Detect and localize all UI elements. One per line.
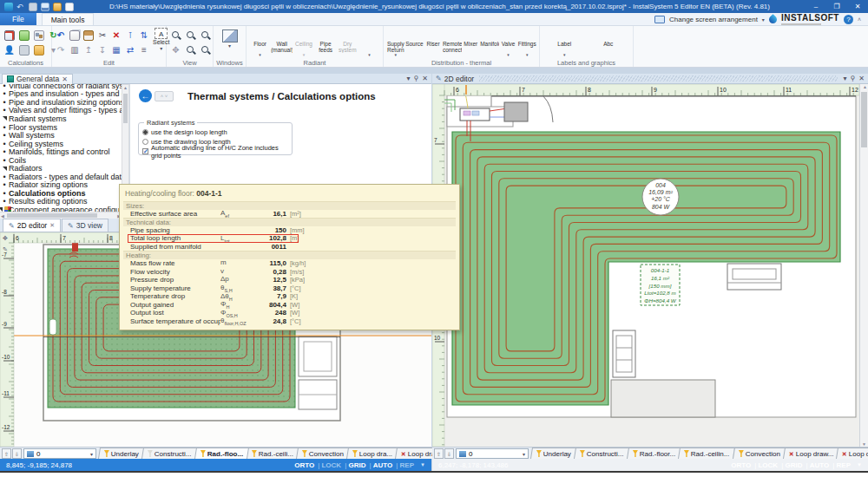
maximize-button[interactable]: ❐ — [826, 0, 847, 13]
close-button[interactable]: ✕ — [847, 0, 868, 13]
layer-tab[interactable]: Rad.-floo... — [194, 448, 249, 459]
radio-drawing-loop-length[interactable] — [142, 139, 148, 145]
chevron-down-icon[interactable]: ▼ — [857, 462, 862, 467]
undo-icon[interactable]: ↶ — [56, 30, 66, 41]
vertical-scrollbar[interactable]: ▲▼ — [859, 84, 868, 447]
anchor-icon[interactable]: ⊺ — [125, 30, 135, 41]
ribbon-button[interactable]: Source — [405, 28, 424, 53]
tree-item[interactable]: Manifolds, fittings and control — [0, 147, 122, 156]
collapse-ribbon-icon[interactable]: ˄ — [858, 16, 861, 23]
status-mode-toggle[interactable]: LOCK — [753, 461, 779, 469]
delete-icon[interactable]: ✕ — [111, 30, 122, 41]
ribbon-button[interactable]: Pipe feeds route — [315, 28, 337, 53]
status-mode-toggle[interactable]: REP — [831, 461, 852, 469]
right-2d-canvas[interactable]: 00416,09 m²+20 °C804 W 004-1-116,1 m²[15… — [432, 84, 859, 447]
columns-icon[interactable]: ▥ — [69, 45, 80, 56]
ribbon-button[interactable]: Remote connection — [443, 28, 462, 53]
ribbon-button[interactable]: Abc — [587, 28, 631, 53]
chevron-down-icon[interactable]: ▼ — [420, 462, 425, 467]
new-document-icon[interactable] — [65, 3, 74, 11]
tree-item[interactable]: Pipe and insulation sizing options — [0, 98, 122, 107]
back-button[interactable]: ← — [139, 89, 152, 102]
tree-item[interactable]: Coils — [0, 156, 122, 165]
open-project-icon[interactable] — [53, 3, 62, 11]
close-icon[interactable]: ✕ — [858, 75, 865, 82]
tab-file[interactable]: File — [0, 13, 36, 25]
tree-item[interactable]: Wall systems — [0, 131, 122, 140]
layer-tab[interactable]: Loop draw... — [783, 448, 840, 459]
results-monitor-icon[interactable] — [19, 45, 30, 56]
layer-tab[interactable]: Convection — [296, 448, 350, 459]
storey-up-button[interactable]: ⇧ — [2, 448, 11, 459]
layer-tab[interactable]: Convection — [733, 448, 786, 459]
equalize-icon[interactable]: ≡ — [139, 45, 149, 56]
storey-selector[interactable]: 0 ▾ — [456, 448, 529, 459]
tree-horizontal-scrollbar[interactable]: ◀▶ — [0, 212, 122, 219]
ribbon-button[interactable]: Fittings — [517, 28, 536, 56]
storey-down-button[interactable]: ⇩ — [444, 448, 454, 459]
chevron-down-icon[interactable]: ▾ — [228, 42, 231, 49]
tab-main-tools[interactable]: Main tools — [42, 13, 95, 25]
ribbon-button[interactable]: Wall (manual) — [271, 28, 293, 53]
tree-item[interactable]: Radiators - types and default data — [0, 173, 122, 181]
layer-tab[interactable]: Underlay — [98, 448, 145, 459]
zoom-selection-icon[interactable] — [201, 30, 211, 41]
status-mode-toggle[interactable]: ORTO — [293, 461, 316, 469]
history-nav-buttons[interactable]: ˄ ˅ — [155, 91, 174, 101]
storey-down-button[interactable]: ⇩ — [12, 448, 22, 459]
ribbon-button[interactable]: Label — [542, 28, 587, 56]
tab-general-data[interactable]: General data ✕ — [2, 74, 73, 84]
tree-item[interactable]: Calculations options — [0, 189, 122, 198]
ribbon-button[interactable]: Ceiling — [293, 28, 314, 56]
help-icon[interactable]: ? — [844, 15, 853, 24]
user-icon[interactable]: 👤 — [4, 45, 15, 56]
zoom-window-icon[interactable] — [201, 45, 211, 56]
align-down-icon[interactable]: ↧ — [97, 45, 108, 56]
status-mode-toggle[interactable]: AUTO — [804, 461, 831, 469]
paste-icon[interactable] — [83, 30, 94, 41]
close-icon[interactable]: ✕ — [422, 75, 428, 82]
storey-up-button[interactable]: ⇧ — [434, 448, 444, 459]
layer-tab[interactable]: Constructi... — [574, 448, 630, 459]
tree-item[interactable]: Valves and other fittings - types and — [0, 107, 122, 115]
zoom-fit-icon[interactable] — [186, 45, 196, 56]
status-mode-toggle[interactable]: ORTO — [729, 461, 753, 469]
ribbon-button[interactable]: Floor — [249, 28, 271, 56]
status-mode-toggle[interactable]: GRID — [779, 461, 804, 469]
calculate-icon[interactable] — [4, 30, 15, 41]
checkbox-auto-dividing-line[interactable]: ✓ — [142, 148, 148, 154]
package-icon[interactable] — [34, 45, 44, 56]
tree-item[interactable]: Ceiling systems — [0, 140, 122, 148]
grid-edit-icon[interactable]: ▦ — [111, 45, 122, 56]
ribbon-button[interactable]: Valve — [499, 28, 518, 56]
tree-item[interactable]: Radiator sizing options — [0, 181, 122, 190]
layer-tab[interactable]: Rad.-floor... — [627, 448, 681, 459]
tree-item[interactable]: Component appearance configuration — [0, 206, 122, 212]
status-mode-toggle[interactable]: LOCK — [316, 461, 343, 469]
radio-design-loop-length[interactable] — [142, 129, 148, 135]
tree-item[interactable]: Radiant systems — [0, 114, 122, 123]
window-layout-icon[interactable] — [29, 3, 37, 11]
storey-selector[interactable]: 0 ▾ — [23, 448, 96, 459]
tree-item[interactable]: Radiators — [0, 164, 122, 173]
panel-menu-icon[interactable]: ▾ — [406, 75, 410, 82]
layer-tab[interactable]: Constructi... — [141, 448, 198, 459]
change-screen-arrangement[interactable]: Change screen arrangement — [669, 16, 758, 23]
chevron-down-icon[interactable]: ▾ — [762, 16, 765, 23]
status-mode-toggle[interactable]: REP — [394, 461, 416, 469]
undo-icon[interactable]: ↶ — [16, 3, 25, 11]
copy-icon[interactable] — [69, 30, 80, 41]
align-up-icon[interactable]: ↥ — [83, 45, 94, 56]
ribbon-button[interactable]: Mixer — [462, 28, 481, 53]
editor-tab[interactable]: ✎ 3D view ✕ — [62, 219, 108, 232]
drafting-tools-icon[interactable] — [222, 29, 238, 42]
layer-tab[interactable]: Loop draw... — [836, 448, 868, 459]
ribbon-button[interactable]: Manifold — [480, 28, 499, 53]
ribbon-button[interactable]: Riser — [424, 28, 443, 53]
collaboration-icon[interactable] — [34, 30, 44, 41]
tree-item[interactable]: Pipes and insulation - types and defi — [0, 90, 122, 99]
minimize-button[interactable]: – — [806, 0, 826, 13]
editor-tab[interactable]: ✎ 2D editor ✕ — [3, 219, 61, 232]
mirror-icon[interactable]: ⇄ — [125, 45, 135, 56]
pan-icon[interactable]: ✥ — [171, 45, 181, 56]
